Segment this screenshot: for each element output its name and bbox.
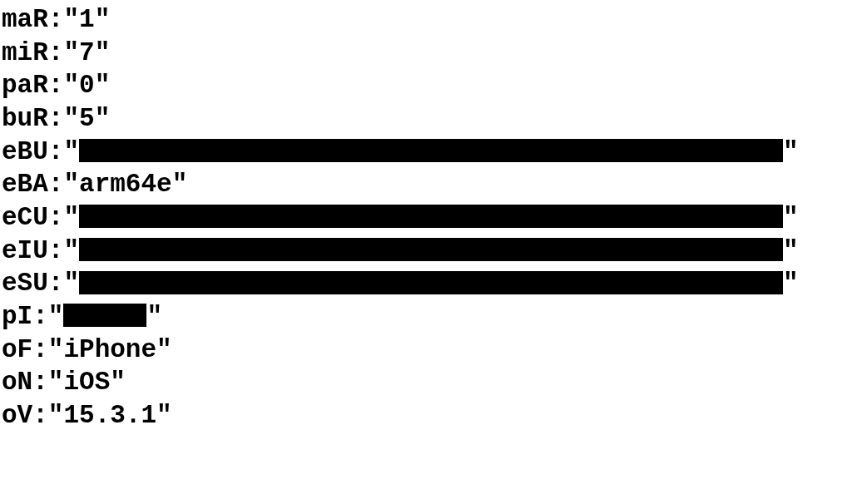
close-quote: " (783, 235, 799, 268)
redacted-value-eIU (79, 238, 783, 261)
open-quote: " (63, 235, 79, 268)
row-eCU: eCU: "" (2, 201, 850, 235)
close-quote: " (783, 267, 799, 300)
open-quote: " (63, 201, 79, 235)
colon: : (48, 69, 64, 102)
redacted-value-eCU (79, 205, 783, 228)
open-quote: " (63, 69, 79, 102)
colon: : (48, 3, 64, 37)
value-oF: iPhone (63, 334, 156, 367)
colon: : (32, 300, 48, 334)
close-quote: " (783, 136, 799, 169)
redacted-value-eSU (79, 271, 783, 294)
row-oV: oV: "15.3.1" (2, 399, 850, 432)
code-block: maR: "1"miR: "7"paR: "0"buR: "5"eBU: ""e… (2, 3, 850, 432)
close-quote: " (95, 69, 111, 102)
key-paR: paR (2, 69, 48, 102)
close-quote: " (156, 399, 172, 432)
colon: : (32, 399, 48, 432)
open-quote: " (48, 399, 64, 432)
value-eBA: arm64e (79, 168, 172, 201)
colon: : (48, 267, 64, 300)
row-oF: oF: "iPhone" (2, 334, 850, 367)
colon: : (32, 334, 48, 367)
close-quote: " (95, 102, 111, 136)
close-quote: " (156, 334, 172, 367)
value-paR: 0 (79, 69, 95, 102)
row-eBU: eBU: "" (2, 136, 850, 169)
row-oN: oN: "iOS" (2, 366, 850, 399)
open-quote: " (63, 37, 79, 70)
key-oF: oF (2, 334, 32, 367)
colon: : (48, 201, 64, 235)
colon: : (48, 168, 64, 201)
value-oV: 15.3.1 (63, 399, 156, 432)
open-quote: " (63, 168, 79, 201)
close-quote: " (146, 300, 162, 334)
key-eCU: eCU (2, 201, 48, 235)
open-quote: " (48, 366, 64, 399)
key-maR: maR (2, 3, 48, 37)
colon: : (48, 136, 64, 169)
row-miR: miR: "7" (2, 37, 850, 70)
redacted-value-pI (63, 304, 146, 327)
key-miR: miR (2, 37, 48, 70)
row-eIU: eIU: "" (2, 235, 850, 268)
value-buR: 5 (79, 102, 95, 136)
open-quote: " (48, 300, 64, 334)
open-quote: " (63, 102, 79, 136)
colon: : (48, 37, 64, 70)
key-eBU: eBU (2, 136, 48, 169)
close-quote: " (172, 168, 188, 201)
open-quote: " (63, 267, 79, 300)
close-quote: " (95, 37, 111, 70)
row-eSU: eSU: "" (2, 267, 850, 300)
value-oN: iOS (63, 366, 110, 399)
row-maR: maR: "1" (2, 3, 850, 37)
row-pI: pI: "" (2, 300, 850, 334)
key-oV: oV (2, 399, 32, 432)
value-maR: 1 (79, 3, 95, 37)
row-buR: buR: "5" (2, 102, 850, 136)
colon: : (48, 102, 64, 136)
key-eIU: eIU (2, 235, 48, 268)
key-eBA: eBA (2, 168, 48, 201)
key-eSU: eSU (2, 267, 48, 300)
key-buR: buR (2, 102, 48, 136)
row-paR: paR: "0" (2, 69, 850, 102)
open-quote: " (63, 3, 79, 37)
close-quote: " (95, 3, 111, 37)
colon: : (32, 366, 48, 399)
close-quote: " (783, 201, 799, 235)
close-quote: " (110, 366, 126, 399)
redacted-value-eBU (79, 139, 783, 162)
key-pI: pI (2, 300, 32, 334)
colon: : (48, 235, 64, 268)
open-quote: " (63, 136, 79, 169)
key-oN: oN (2, 366, 32, 399)
open-quote: " (48, 334, 64, 367)
value-miR: 7 (79, 37, 95, 70)
row-eBA: eBA: "arm64e" (2, 168, 850, 201)
